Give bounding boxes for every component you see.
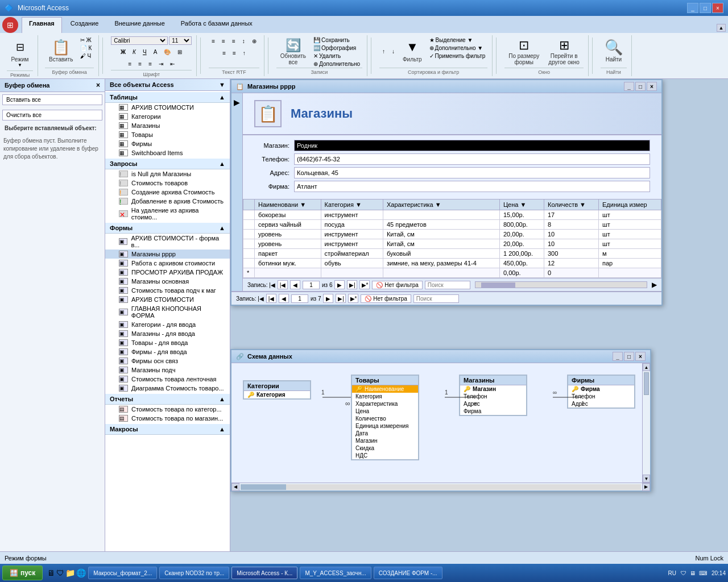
- outer-new-button[interactable]: ▶*: [348, 294, 358, 303]
- nav-item-magaz-form[interactable]: ▣ Магазины рррр: [105, 250, 230, 259]
- col-name[interactable]: Наименовани ▼: [255, 199, 321, 210]
- nav-item-costtape[interactable]: ▣ Стоимость товара ленточная: [105, 375, 230, 384]
- scroll-right-button[interactable]: ▶: [652, 281, 657, 289]
- cell-qty[interactable]: 10: [544, 230, 598, 239]
- nav-section-queries[interactable]: Запросы ▲: [105, 159, 230, 169]
- hscroll-right-button[interactable]: ▶: [642, 483, 650, 491]
- tab-create[interactable]: Создание: [63, 17, 106, 33]
- outdent-button[interactable]: ⇤: [167, 59, 177, 69]
- nav-section-macros[interactable]: Макросы ▲: [105, 424, 230, 435]
- cell-name[interactable]: паркет: [255, 249, 321, 259]
- taskbar-item-access[interactable]: Microsoft Access - К...: [231, 567, 297, 579]
- nav-item-firmsinput[interactable]: ▣ Фирмы - для ввода: [105, 347, 230, 356]
- sort-asc-button[interactable]: ↑: [379, 36, 388, 66]
- nav-item-goods[interactable]: ▦ Товары: [105, 130, 230, 139]
- grid-button[interactable]: ⊞: [175, 47, 185, 57]
- shop-input[interactable]: [294, 140, 650, 151]
- nav-item-workarch[interactable]: ▣ Работа с архивом стоимости: [105, 259, 230, 268]
- save-button[interactable]: 💾 Сохранить: [311, 36, 362, 44]
- filter-button[interactable]: ▼ Фильтр: [399, 36, 426, 66]
- cell-unit[interactable]: пар: [599, 259, 661, 268]
- taskbar-antivirus-icon[interactable]: 🛡: [681, 570, 686, 576]
- hscroll-track[interactable]: [241, 484, 641, 490]
- title-bar-controls[interactable]: _ □ ×: [687, 3, 723, 13]
- cell-cat[interactable]: стройматериал: [321, 249, 383, 259]
- align-left-button[interactable]: ≡: [125, 59, 134, 69]
- firm-input[interactable]: [294, 181, 650, 192]
- nav-item-archive[interactable]: ▦ АРХИВ СТОИМОСТИ: [105, 103, 230, 112]
- fit-form-button[interactable]: ⊡ По размеруформы: [504, 36, 543, 66]
- rtf-btn5[interactable]: ⊕: [249, 36, 259, 46]
- rtf-btn8[interactable]: ↑: [240, 48, 249, 58]
- col-char[interactable]: Характеристика ▼: [383, 199, 499, 210]
- office-button[interactable]: ⊞: [2, 17, 18, 33]
- new-record-button[interactable]: ▶*: [359, 280, 370, 289]
- bold-button[interactable]: Ж: [118, 47, 129, 57]
- cell-unit[interactable]: шт: [599, 220, 661, 230]
- nav-item-diag[interactable]: ▣ Диаграмма Стоимость товаро...: [105, 384, 230, 393]
- spellcheck-button[interactable]: 🔤 Орфография: [311, 44, 362, 52]
- cell-unit[interactable]: [599, 268, 661, 278]
- clear-all-button[interactable]: Очистить все: [2, 110, 102, 120]
- ribbon-minimize-button[interactable]: ▲: [717, 24, 726, 32]
- cell-qty[interactable]: 8: [544, 220, 598, 230]
- hscroll-thumb[interactable]: [241, 484, 286, 490]
- schema-restore-button[interactable]: □: [624, 352, 634, 361]
- apply-filter-button[interactable]: ✓ Применить фильтр: [427, 52, 488, 60]
- outer-current-input[interactable]: [291, 294, 308, 303]
- outer-next-button[interactable]: ▶: [323, 294, 333, 303]
- switch-window-button[interactable]: ⊞ Перейти вдругое окно: [544, 36, 584, 66]
- no-filter-button[interactable]: 🚫 Нет фильтра: [372, 281, 422, 289]
- scroll-up-button[interactable]: ▲: [643, 363, 650, 371]
- cell-name[interactable]: [255, 268, 321, 278]
- nav-item-categories[interactable]: ▦ Категории: [105, 112, 230, 121]
- selection-button[interactable]: ★ Выделение ▼: [427, 36, 488, 44]
- clipboard-close-button[interactable]: ×: [96, 81, 100, 89]
- nav-scroll[interactable]: Таблицы ▲ ▦ АРХИВ СТОИМОСТИ ▦ Категории …: [105, 91, 230, 563]
- taskbar-item-access2[interactable]: M_Y_ACCESS_заочн...: [300, 567, 371, 579]
- col-category[interactable]: Категория ▼: [321, 199, 383, 210]
- paste-button[interactable]: 📋 Вставить: [45, 36, 77, 66]
- taskbar-item-forms[interactable]: СОЗДАНИЕ ФОРМ -...: [374, 567, 442, 579]
- tab-database[interactable]: Работа с базами данных: [173, 17, 260, 33]
- col-price[interactable]: Цена ▼: [499, 199, 544, 210]
- scroll-thumb[interactable]: [644, 372, 649, 395]
- cell-price[interactable]: 0,00р.: [499, 268, 544, 278]
- nav-item-switchboard[interactable]: ▦ Switchboard Items: [105, 148, 230, 157]
- outer-no-filter-button[interactable]: 🚫 Нет фильтра: [361, 294, 411, 303]
- cell-name[interactable]: бокорезы: [255, 210, 321, 220]
- cell-price[interactable]: 800,00р.: [499, 220, 544, 230]
- schema-window-controls[interactable]: _ □ ×: [613, 352, 646, 361]
- rtf-btn4[interactable]: ↕: [239, 36, 248, 46]
- horizontal-scrollbar[interactable]: [475, 281, 647, 288]
- cell-cat[interactable]: инструмент: [321, 210, 383, 220]
- nav-section-tables[interactable]: Таблицы ▲: [105, 92, 230, 103]
- nav-item-shopssub[interactable]: ▣ Магазины подч: [105, 365, 230, 375]
- nav-dropdown-icon[interactable]: ▼: [219, 81, 225, 88]
- sort-desc-button[interactable]: ↓: [389, 36, 398, 66]
- magaz-window-controls[interactable]: _ □ ×: [624, 82, 657, 91]
- taskbar-item-macros[interactable]: Макросы_формат_2...: [88, 567, 157, 579]
- nav-item-addarch[interactable]: ! Добавление в архив Стоимость: [105, 197, 230, 206]
- cell-char[interactable]: буковый: [383, 249, 499, 259]
- paste-all-button[interactable]: Вставить все: [2, 94, 102, 105]
- nav-item-firms[interactable]: ▦ Фирмы: [105, 139, 230, 148]
- taskbar-icon-2[interactable]: 🛡: [56, 568, 64, 577]
- cell-cat[interactable]: посуда: [321, 220, 383, 230]
- nav-item-archform[interactable]: ▣ АРХИВ СТОИМОСТИ - форма в...: [105, 234, 230, 250]
- cell-char[interactable]: 45 предметов: [383, 220, 499, 230]
- cell-unit[interactable]: шт: [599, 239, 661, 249]
- outer-first-button[interactable]: |◀: [266, 294, 276, 303]
- cell-qty[interactable]: 17: [544, 210, 598, 220]
- nav-item-costform[interactable]: ▣ Стоимость товара подч к маг: [105, 286, 230, 295]
- minimize-button[interactable]: _: [687, 3, 698, 13]
- cell-name[interactable]: уровень: [255, 239, 321, 249]
- last-record-button[interactable]: ▶|: [347, 280, 357, 289]
- cell-qty[interactable]: 300: [544, 249, 598, 259]
- cell-price[interactable]: 20,00р.: [499, 230, 544, 239]
- magaz-minimize-button[interactable]: _: [624, 82, 634, 91]
- copy-button[interactable]: 📄 К: [78, 44, 94, 52]
- rtf-btn1[interactable]: ≡: [209, 36, 218, 46]
- scroll-down-button[interactable]: ▼: [643, 475, 650, 483]
- schema-hscroll[interactable]: ◀ ▶: [231, 483, 650, 490]
